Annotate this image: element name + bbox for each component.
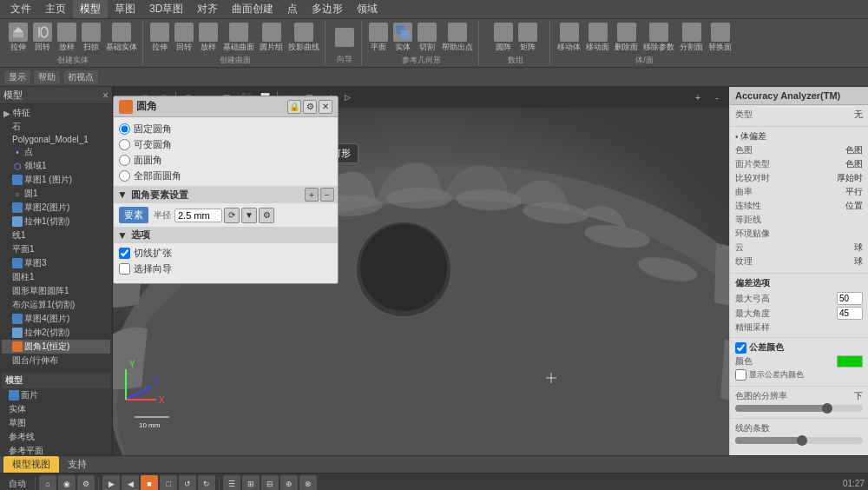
model-item-solid[interactable]: 实体 [2,402,110,416]
radius-icon1[interactable]: ⟳ [224,208,240,223]
model-item-refplane[interactable]: 参考平面 [2,444,110,455]
bt-icon-10[interactable]: ⊕ [280,475,298,491]
feature-item-sketch2[interactable]: 草图2(图片) [2,201,110,215]
bt-icon-2[interactable]: ◀ [122,475,139,491]
feature-item-sketch4[interactable]: 草图4(图片) [2,312,110,326]
fillet-settings-btn[interactable]: ⚙ [303,100,317,114]
menu-point[interactable]: 点 [280,0,305,18]
menu-align[interactable]: 对齐 [190,0,225,18]
rect-array-btn[interactable]: 矩阵 [516,21,539,55]
feature-item-cylinder1[interactable]: 圆柱1 [2,270,110,284]
surface-revolve-btn[interactable]: 回转 [173,21,195,55]
basic-solid-button[interactable]: 基础实体 [104,21,139,55]
feature-item-root[interactable]: ▶ 特征 [2,106,110,120]
model-item-face[interactable]: 面片 [2,388,110,402]
ref-solid-btn[interactable]: 实体 [391,21,414,55]
split-face-btn[interactable]: 分割面 [678,21,705,55]
feature-item-boolean1[interactable]: 布尔运算1(切割) [2,298,110,312]
radius-icon3[interactable]: ⚙ [259,208,274,223]
feature-item-point[interactable]: • 点 [2,145,110,159]
circular-array-btn[interactable]: 圆阵 [492,21,515,55]
radio-variable[interactable]: 可变圆角 [119,138,332,151]
fillet-lock-btn[interactable]: 🔒 [287,100,301,114]
menu-home[interactable]: 主页 [38,0,73,18]
remove-param-btn[interactable]: 移除参数 [641,21,676,55]
bottom-tab-model[interactable]: 模型视图 [3,456,59,473]
radio-all-face[interactable]: 全部面圆角 [119,169,332,182]
checkbox-extend[interactable]: 切线扩张 [119,247,332,260]
rp-show-tolerance[interactable]: 显示公差内颜色 [735,369,863,381]
bt-icon-9[interactable]: ⊟ [261,475,279,491]
view-toggle-btn[interactable]: 显示 [3,70,31,85]
sweep-button[interactable]: 扫掠 [80,21,102,55]
rp-maxangle-input[interactable] [837,292,863,305]
view-help-btn[interactable]: 帮助 [33,70,61,85]
vp-zoom-in[interactable]: + [689,89,707,105]
move-body-btn[interactable]: 移动体 [556,21,582,55]
feature-item-sketch1[interactable]: 草图1 (图片) [2,173,110,187]
feature-item-fillet1[interactable]: 圆角1(恒定) [2,340,110,354]
feature-item-extrude1[interactable]: 拉伸1(切割) [2,215,110,228]
panel-pin-btn[interactable]: × [102,89,108,102]
bt-icon-5[interactable]: ↺ [179,475,196,491]
section-header-options[interactable]: ▼ 选项 [114,227,338,243]
menu-domain[interactable]: 领域 [350,0,385,18]
ref-plane-btn[interactable]: 平面 [367,21,390,55]
view-orient-btn[interactable]: 初视点 [62,70,99,85]
feature-item-plane1[interactable]: 平面1 [2,242,110,256]
loft-button[interactable]: 放样 [56,21,78,55]
menu-polygon[interactable]: 多边形 [305,0,350,18]
move-face-btn[interactable]: 移动面 [584,21,611,55]
del-face-btn[interactable]: 删除面 [613,21,640,55]
bt-icon-3[interactable]: ■ [141,475,158,491]
section-add-btn[interactable]: + [305,188,319,202]
vp-zoom-out[interactable]: - [708,89,726,105]
bt-icon-11[interactable]: ⊗ [299,475,317,491]
bt-icon-8[interactable]: ⊞ [242,475,260,491]
radius-icon2[interactable]: ▼ [241,208,257,223]
menu-3dsketch[interactable]: 3D草图 [142,0,190,18]
rp-maxangle2-input[interactable] [837,307,863,320]
checkbox-guide[interactable]: 选择向导 [119,262,332,275]
extrude-button[interactable]: 拉伸 [7,21,30,55]
fillet-close-btn[interactable]: ✕ [319,100,332,114]
section-del-btn[interactable]: − [320,188,334,202]
feature-item-stone[interactable]: 石 [2,120,110,134]
model-item-refline[interactable]: 参考线 [2,430,110,444]
feature-item-region1[interactable]: ⬡ 领域1 [2,159,110,173]
surface-basic-btn[interactable]: 基础曲面 [221,21,256,55]
feature-item-circle1[interactable]: ○ 圆1 [2,187,110,201]
rp-slider-track[interactable] [735,405,863,412]
surface-loft-btn[interactable]: 放样 [197,21,220,55]
ref-cut-btn[interactable]: 切割 [416,21,438,55]
bt-icon-home[interactable]: ⌂ [39,475,56,491]
section-header-params[interactable]: ▼ 圆角要素设置 + − [114,186,338,203]
bt-icon-view[interactable]: ◉ [58,475,76,491]
surface-patch-btn[interactable]: 圆片组 [258,21,285,55]
feature-item-line1[interactable]: 线1 [2,228,110,242]
feature-item-extrude2[interactable]: 拉伸2(切割) [2,326,110,340]
bt-icon-6[interactable]: ↻ [198,475,215,491]
radio-fixed[interactable]: 固定圆角 [119,122,332,136]
feature-item-sketch3[interactable]: 草图3 [2,256,110,270]
rp-linecount-slider[interactable] [735,437,863,444]
radius-input[interactable] [174,209,222,222]
feature-item-pattern1[interactable]: 圆形草图圆阵1 [2,284,110,298]
radio-face[interactable]: 面圆角 [119,154,332,167]
surface-extrude-btn[interactable]: 拉伸 [148,21,171,55]
surface-project-btn[interactable]: 投影曲线 [286,21,321,55]
replace-face-btn[interactable]: 替换面 [707,21,733,55]
feature-item-other[interactable]: 圆台/行伸布 [2,354,110,368]
vp-btn9[interactable]: ▷ [339,89,356,105]
rp-tolerance-check[interactable] [735,342,746,354]
menu-file[interactable]: 文件 [3,0,38,18]
bottom-tab-support[interactable]: 支持 [59,456,95,473]
bt-icon-4[interactable]: □ [160,475,177,491]
menu-surface[interactable]: 曲面创建 [225,0,280,18]
menu-sketch[interactable]: 草图 [108,0,142,18]
menu-model[interactable]: 模型 [73,0,108,18]
rp-color-swatch[interactable] [837,355,863,368]
bt-icon-gear[interactable]: ⚙ [77,475,95,491]
rp-linecount-thumb[interactable] [797,435,807,446]
rp-slider-thumb[interactable] [822,403,832,414]
